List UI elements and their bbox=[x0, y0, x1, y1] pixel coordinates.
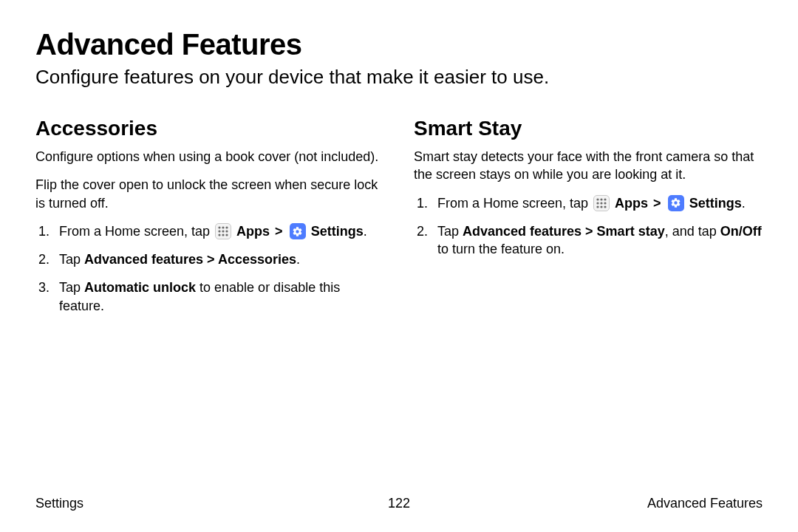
accessories-desc-1: Configure options when using a book cove… bbox=[35, 148, 384, 166]
column-smart-stay: Smart Stay Smart stay detects your face … bbox=[414, 117, 763, 325]
smart-stay-steps: From a Home screen, tap Apps > Settings.… bbox=[414, 194, 763, 259]
svg-point-0 bbox=[218, 227, 220, 229]
settings-icon bbox=[668, 195, 684, 211]
chevron-right-icon: > bbox=[652, 196, 663, 211]
apps-icon bbox=[215, 223, 231, 239]
svg-point-1 bbox=[222, 227, 224, 229]
settings-label: Settings bbox=[311, 224, 364, 239]
svg-point-17 bbox=[604, 205, 606, 208]
svg-point-16 bbox=[600, 205, 602, 208]
step-text: From a Home screen, tap bbox=[59, 224, 214, 239]
page-title: Advanced Features bbox=[35, 28, 763, 61]
period: . bbox=[296, 252, 300, 267]
content-columns: Accessories Configure options when using… bbox=[35, 117, 763, 325]
svg-point-11 bbox=[604, 198, 606, 200]
path-advanced-accessories: Advanced features > Accessories bbox=[84, 252, 296, 267]
section-heading-accessories: Accessories bbox=[35, 117, 384, 140]
svg-point-7 bbox=[222, 234, 224, 236]
period: . bbox=[364, 224, 367, 239]
svg-point-10 bbox=[600, 198, 602, 200]
step-text: From a Home screen, tap bbox=[437, 196, 592, 211]
page-footer: Settings 122 Advanced Features bbox=[35, 496, 763, 511]
on-off-label: On/Off bbox=[720, 224, 762, 239]
step-text: Tap bbox=[59, 252, 84, 267]
settings-label: Settings bbox=[689, 196, 742, 211]
svg-point-15 bbox=[596, 205, 598, 208]
automatic-unlock-label: Automatic unlock bbox=[84, 280, 196, 295]
svg-point-14 bbox=[604, 202, 606, 204]
section-heading-smart-stay: Smart Stay bbox=[414, 117, 763, 140]
settings-icon bbox=[290, 223, 306, 239]
svg-point-5 bbox=[225, 231, 228, 233]
step-text: to turn the feature on. bbox=[437, 242, 565, 256]
svg-point-13 bbox=[600, 202, 602, 204]
accessories-step-2: Tap Advanced features > Accessories. bbox=[35, 250, 384, 268]
step-text: , and tap bbox=[665, 224, 720, 239]
accessories-desc-2: Flip the cover open to unlock the screen… bbox=[35, 176, 384, 212]
smart-stay-desc: Smart stay detects your face with the fr… bbox=[414, 148, 763, 184]
path-advanced-smartstay: Advanced features > Smart stay bbox=[463, 224, 665, 239]
svg-point-9 bbox=[596, 198, 598, 200]
chevron-right-icon: > bbox=[273, 224, 284, 239]
footer-page-number: 122 bbox=[35, 496, 763, 511]
svg-point-6 bbox=[218, 234, 220, 236]
apps-label: Apps bbox=[615, 196, 648, 211]
smart-stay-step-2: Tap Advanced features > Smart stay, and … bbox=[414, 222, 763, 259]
accessories-step-3: Tap Automatic unlock to enable or disabl… bbox=[35, 279, 384, 315]
svg-point-3 bbox=[218, 231, 220, 233]
step-text: Tap bbox=[437, 224, 463, 239]
accessories-steps: From a Home screen, tap Apps > Settings.… bbox=[35, 222, 384, 315]
apps-icon bbox=[593, 195, 610, 211]
svg-point-4 bbox=[222, 231, 224, 233]
step-text: Tap bbox=[59, 280, 84, 295]
smart-stay-step-1: From a Home screen, tap Apps > Settings. bbox=[414, 194, 763, 212]
svg-point-12 bbox=[596, 202, 598, 204]
column-accessories: Accessories Configure options when using… bbox=[35, 117, 384, 325]
period: . bbox=[742, 196, 746, 211]
accessories-step-1: From a Home screen, tap Apps > Settings. bbox=[35, 222, 384, 240]
page-subtitle: Configure features on your device that m… bbox=[35, 66, 763, 89]
svg-point-2 bbox=[225, 227, 228, 229]
svg-point-8 bbox=[225, 234, 228, 236]
apps-label: Apps bbox=[236, 224, 270, 239]
